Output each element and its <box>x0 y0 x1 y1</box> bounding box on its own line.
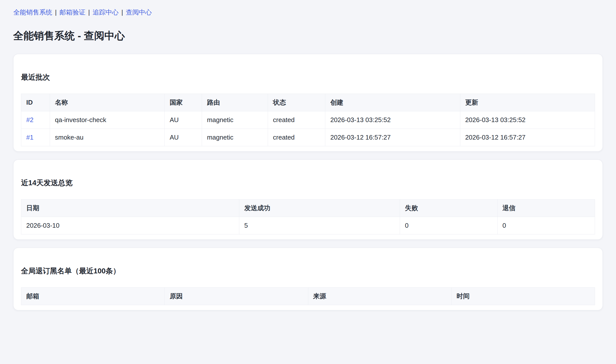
column-header: 国家 <box>164 94 202 111</box>
nav-link-tracking-center[interactable]: 追踪中心 <box>93 8 119 16</box>
table-cell: created <box>268 111 325 129</box>
table-cell: 2026-03-12 16:57:27 <box>325 129 460 146</box>
column-header: 日期 <box>21 199 239 217</box>
nav-link-sales-system[interactable]: 全能销售系统 <box>13 8 52 16</box>
table-cell: smoke-au <box>50 129 164 146</box>
nav-separator: | <box>88 8 90 16</box>
column-header: ID <box>21 94 50 111</box>
column-header: 更新 <box>460 94 595 111</box>
global-unsubscribe-blacklist-table: 邮箱原因来源时间 <box>21 287 595 305</box>
card-title-global-unsubscribe-blacklist: 全局退订黑名单（最近100条） <box>21 266 595 275</box>
nav-link-email-verification[interactable]: 邮箱验证 <box>60 8 86 16</box>
send-overview-14d-table: 日期发送成功失败退信2026-03-10500 <box>21 199 595 234</box>
column-header: 来源 <box>308 288 452 305</box>
table-cell: 2026-03-13 03:25:52 <box>325 111 460 129</box>
table-row: 2026-03-10500 <box>21 217 595 234</box>
batch-link[interactable]: #1 <box>26 134 34 141</box>
table-cell: magnetic <box>202 129 268 146</box>
column-header: 失败 <box>400 199 497 217</box>
column-header: 发送成功 <box>239 199 400 217</box>
table-cell: #1 <box>21 129 50 146</box>
table-cell: AU <box>164 129 202 146</box>
batch-link[interactable]: #2 <box>26 116 34 124</box>
column-header: 状态 <box>268 94 325 111</box>
top-nav: 全能销售系统|邮箱验证|追踪中心|查阅中心 <box>13 8 603 16</box>
table-cell: 0 <box>497 217 595 234</box>
nav-separator: | <box>55 8 57 16</box>
table-header-row: 邮箱原因来源时间 <box>21 288 595 305</box>
table-cell: created <box>268 129 325 146</box>
nav-link-review-center[interactable]: 查阅中心 <box>126 8 152 16</box>
card-title-recent-batches: 最近批次 <box>21 73 595 82</box>
column-header: 路由 <box>202 94 268 111</box>
table-row: #1smoke-auAUmagneticcreated2026-03-12 16… <box>21 129 595 146</box>
table-header-row: ID名称国家路由状态创建更新 <box>21 94 595 111</box>
table-cell: 0 <box>400 217 497 234</box>
card-global-unsubscribe-blacklist: 全局退订黑名单（最近100条）邮箱原因来源时间 <box>13 248 603 310</box>
column-header: 时间 <box>452 288 595 305</box>
column-header: 邮箱 <box>21 288 165 305</box>
page-title: 全能销售系统 - 查阅中心 <box>13 29 603 42</box>
card-send-overview-14d: 近14天发送总览日期发送成功失败退信2026-03-10500 <box>13 160 603 240</box>
table-cell: 2026-03-10 <box>21 217 239 234</box>
cards: 最近批次ID名称国家路由状态创建更新#2qa-investor-checkAUm… <box>13 54 603 310</box>
column-header: 原因 <box>164 288 308 305</box>
table-cell: 2026-03-13 03:25:52 <box>460 111 595 129</box>
table-row: #2qa-investor-checkAUmagneticcreated2026… <box>21 111 595 129</box>
table-cell: magnetic <box>202 111 268 129</box>
table-header-row: 日期发送成功失败退信 <box>21 199 595 217</box>
recent-batches-table: ID名称国家路由状态创建更新#2qa-investor-checkAUmagne… <box>21 94 595 146</box>
column-header: 退信 <box>497 199 595 217</box>
table-cell: qa-investor-check <box>50 111 164 129</box>
nav-separator: | <box>122 8 123 16</box>
table-cell: 2026-03-12 16:57:27 <box>460 129 595 146</box>
table-cell: AU <box>164 111 202 129</box>
table-cell: 5 <box>239 217 400 234</box>
column-header: 名称 <box>50 94 164 111</box>
card-recent-batches: 最近批次ID名称国家路由状态创建更新#2qa-investor-checkAUm… <box>13 54 603 152</box>
card-title-send-overview-14d: 近14天发送总览 <box>21 178 595 187</box>
column-header: 创建 <box>325 94 460 111</box>
table-cell: #2 <box>21 111 50 129</box>
